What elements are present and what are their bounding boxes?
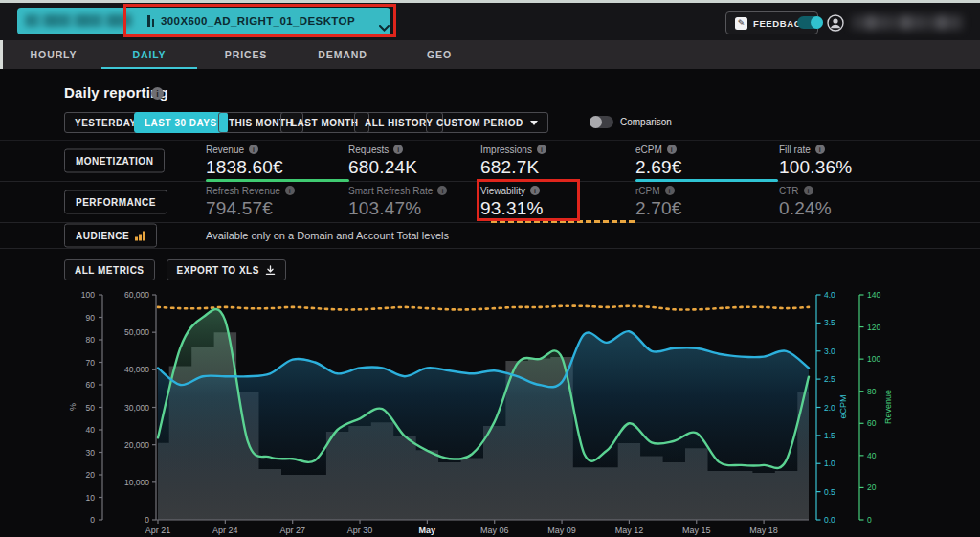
info-icon[interactable]: i: [804, 186, 813, 195]
filter-custom-period[interactable]: CUSTOM PERIOD: [426, 112, 548, 133]
download-icon: [265, 265, 276, 276]
svg-text:40: 40: [867, 451, 877, 460]
monetization-button[interactable]: MONETIZATION: [64, 149, 165, 173]
metric-ctr: CTRi0.24%: [779, 185, 915, 219]
filter-label: LAST 30 DAYS: [145, 118, 217, 128]
svg-text:0: 0: [867, 515, 872, 525]
tab-bar: HOURLYDAILYPRICESDEMANDGEO: [0, 40, 980, 69]
metric-revenue: Revenuei1838.60€: [206, 144, 342, 178]
comparison-label: Comparison: [620, 117, 672, 127]
svg-text:50,000: 50,000: [124, 327, 149, 337]
tab-demand[interactable]: DEMAND: [318, 40, 367, 69]
svg-text:Apr 21: Apr 21: [145, 526, 171, 535]
monetization-row: MONETIZATIONRevenuei1838.60€Requestsi680…: [0, 141, 980, 182]
filter-label: ALL HISTORY: [365, 118, 433, 128]
info-icon[interactable]: i: [285, 186, 295, 195]
svg-text:3.5: 3.5: [824, 318, 835, 327]
caret-down-icon: [530, 121, 538, 125]
all-metrics-label: ALL METRICS: [75, 265, 145, 276]
svg-text:40,000: 40,000: [124, 365, 149, 374]
audience-button[interactable]: AUDIENCE: [64, 224, 157, 248]
metric-viewability: Viewabilityi93.31%: [480, 185, 616, 219]
svg-text:May 18: May 18: [749, 526, 778, 535]
svg-text:70: 70: [86, 358, 96, 368]
info-icon[interactable]: i: [537, 145, 546, 154]
svg-text:May: May: [419, 526, 436, 535]
filter-label: YESTERDAY: [75, 118, 137, 128]
filter-last-30-days[interactable]: LAST 30 DAYS: [134, 112, 228, 133]
svg-text:60,000: 60,000: [124, 290, 149, 300]
performance-button[interactable]: PERFORMANCE: [64, 190, 167, 214]
metric-label: CTR: [779, 186, 799, 196]
metric-value: 93.31%: [480, 198, 616, 219]
info-icon[interactable]: i: [530, 186, 540, 195]
svg-text:May 09: May 09: [547, 526, 576, 535]
metric-value: 1838.60€: [206, 157, 342, 178]
tab-geo[interactable]: GEO: [427, 40, 452, 69]
svg-text:Revenue: Revenue: [883, 390, 893, 424]
svg-text:100: 100: [81, 290, 95, 300]
svg-text:10: 10: [86, 493, 96, 503]
metric-label: rCPM: [635, 186, 660, 196]
svg-text:60: 60: [86, 380, 96, 390]
svg-text:140: 140: [867, 290, 880, 300]
svg-text:80: 80: [867, 387, 877, 396]
metric-label: Smart Refresh Rate: [348, 186, 433, 196]
svg-text:2.0: 2.0: [824, 403, 835, 413]
svg-text:%: %: [68, 403, 78, 411]
metric-value: 682.7K: [480, 157, 616, 178]
chevron-down-icon: [379, 18, 390, 35]
metric-value: 2.69€: [635, 157, 771, 178]
svg-text:80: 80: [86, 335, 96, 345]
metric-value: 0.24%: [779, 198, 915, 219]
top-bar: 300X600_AD_RIGHT_01_DESKTOP ✎ FEEDBACK: [0, 3, 980, 40]
svg-text:20: 20: [867, 482, 877, 492]
metric-label: Refresh Revenue: [206, 186, 280, 196]
info-icon[interactable]: i: [393, 145, 403, 154]
svg-text:May 06: May 06: [480, 526, 509, 535]
metric-label: Impressions: [480, 145, 532, 155]
chart-actions: ALL METRICS EXPORT TO XLS: [64, 259, 286, 281]
adunit-dropdown-label: 300X600_AD_RIGHT_01_DESKTOP: [161, 8, 355, 34]
export-label: EXPORT TO XLS: [177, 265, 259, 276]
svg-text:0: 0: [90, 515, 95, 525]
filter-label: CUSTOM PERIOD: [436, 118, 523, 128]
svg-text:Apr 27: Apr 27: [279, 526, 305, 535]
svg-text:0.5: 0.5: [824, 487, 835, 497]
svg-text:20: 20: [86, 470, 96, 480]
metric-ecpm: eCPMi2.69€: [635, 144, 771, 178]
period-filters: Comparison YESTERDAYLAST 30 DAYSTHIS MON…: [64, 112, 925, 134]
svg-text:May 12: May 12: [615, 526, 644, 535]
svg-text:40: 40: [86, 425, 96, 435]
metric-label: Fill rate: [779, 145, 811, 155]
svg-text:30: 30: [86, 448, 96, 458]
chart-canvas: 0102030405060708090100010,00020,00030,00…: [0, 280, 980, 537]
info-icon[interactable]: i: [815, 145, 825, 154]
svg-text:90: 90: [86, 313, 96, 323]
info-icon[interactable]: i: [665, 186, 675, 195]
info-icon[interactable]: i: [437, 186, 447, 195]
tab-prices[interactable]: PRICES: [225, 40, 268, 69]
info-icon[interactable]: i: [249, 145, 258, 154]
metric-label: Revenue: [206, 145, 244, 155]
svg-text:0: 0: [145, 515, 149, 525]
info-icon[interactable]: i: [151, 87, 164, 100]
comparison-toggle[interactable]: [590, 116, 613, 128]
svg-text:50: 50: [86, 403, 96, 413]
theme-toggle[interactable]: [797, 16, 823, 29]
all-metrics-button[interactable]: ALL METRICS: [64, 259, 155, 280]
svg-text:20,000: 20,000: [124, 440, 149, 450]
adunit-dropdown[interactable]: 300X600_AD_RIGHT_01_DESKTOP: [17, 8, 390, 34]
user-avatar-icon[interactable]: [827, 14, 844, 32]
tab-hourly[interactable]: HOURLY: [31, 40, 78, 69]
export-xls-button[interactable]: EXPORT TO XLS: [167, 259, 286, 280]
metric-label: eCPM: [635, 145, 662, 155]
svg-text:0.0: 0.0: [824, 515, 835, 525]
filter-label: LAST MONTH: [291, 118, 359, 128]
metric-refresh-revenue: Refresh Revenuei794.57€: [206, 185, 342, 219]
svg-text:4.0: 4.0: [824, 290, 835, 300]
info-icon[interactable]: i: [667, 145, 677, 154]
metric-value: 680.24K: [348, 157, 484, 178]
tab-daily[interactable]: DAILY: [132, 40, 166, 69]
metric-value: 103.47%: [348, 198, 484, 219]
